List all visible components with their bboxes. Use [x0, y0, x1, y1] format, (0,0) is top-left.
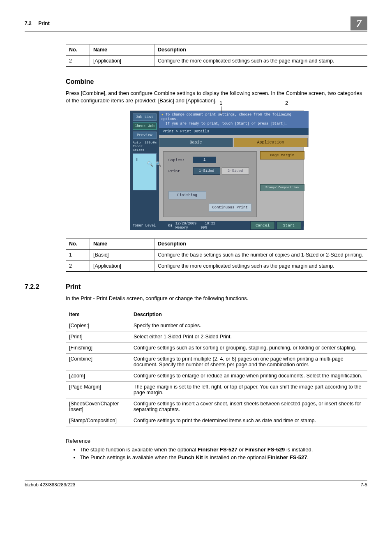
callout-2: 2: [285, 100, 288, 106]
tab-bar: Basic Application: [159, 135, 309, 147]
panel-application-side: Page Margin Stamp/ Composition: [257, 151, 304, 217]
callout-1: 1: [219, 100, 222, 106]
header-title: Print: [38, 21, 49, 26]
table-row: [Sheet/Cover/Chapter Insert]Configure se…: [66, 398, 367, 415]
print-1sided-button[interactable]: 1-Sided: [193, 167, 220, 175]
sidebar-job-list[interactable]: Job List: [133, 113, 157, 121]
callout-2-line: [287, 106, 287, 129]
sidebar-preview-thumb: ▯ 🔍 🔍: [133, 153, 157, 190]
sec-722-number: 7.2.2: [25, 283, 51, 291]
cancel-button[interactable]: Cancel: [250, 221, 275, 230]
footer-mem-label: Memory: [175, 226, 188, 230]
table-row: [Zoom]Configure settings to enlarge or r…: [66, 370, 367, 381]
print-2sided-button[interactable]: 2-Sided: [222, 167, 249, 175]
list-item: The Punch settings is available when the…: [80, 454, 367, 460]
footer-left: bizhub 423/363/283/223: [25, 482, 75, 487]
sidebar-preview[interactable]: Preview: [133, 132, 157, 139]
combine-intro: Press [Combine], and then configure Comb…: [66, 90, 367, 104]
copies-value[interactable]: 1: [193, 157, 216, 163]
header-left: 7.2 Print: [25, 21, 50, 26]
sidebar-check-job[interactable]: Check Job: [133, 123, 157, 130]
copies-label: Copies:: [168, 158, 193, 162]
table-row: [Copies:]Specify the number of copies.: [66, 320, 367, 331]
reference-title: Reference: [66, 438, 367, 444]
toner-k-icon: K▮: [168, 223, 172, 228]
toner-label: Toner Level: [133, 224, 156, 228]
page-header: 7.2 Print 7: [25, 16, 367, 32]
footer-mem-value: 99%: [201, 226, 207, 230]
stamp-composition-button[interactable]: Stamp/ Composition: [260, 184, 304, 191]
reference-list: The staple function is available when th…: [66, 446, 367, 460]
tab-application[interactable]: Application: [234, 138, 308, 147]
page-icon: ▯: [136, 156, 138, 162]
combine-heading: Combine: [66, 78, 367, 86]
chapter-badge: 7: [350, 16, 367, 30]
footer-right: 7-5: [360, 482, 367, 487]
info-icon: ✦: [161, 113, 164, 117]
table-row: 2 [Application] Configure the more compl…: [66, 261, 367, 272]
footer-date: 12/28/2009: [175, 222, 196, 226]
finishing-button[interactable]: Finishing: [168, 191, 206, 199]
table-row: 1 [Basic] Configure the basic settings s…: [66, 250, 367, 261]
table-row: [Page Margin]The page margin is set to t…: [66, 381, 367, 398]
tab-basic[interactable]: Basic: [159, 138, 233, 147]
page-margin-button[interactable]: Page Margin: [260, 151, 304, 160]
sidebar-autopaper: Auto Paper Select 100.0%: [133, 141, 157, 152]
footer-time: 10:22: [205, 222, 215, 226]
sec-722-title: Print: [66, 283, 81, 291]
ui-screenshot: Job List Check Job Preview Auto Paper Se…: [130, 111, 304, 227]
callout-1-line: [221, 106, 221, 114]
table-row: [Finishing]Configure settings such as fo…: [66, 342, 367, 353]
header-section-num: 7.2: [25, 21, 32, 26]
th-desc: Description: [154, 44, 368, 56]
table-row: 2 [Application] Configure the more compl…: [66, 56, 367, 67]
table-row: [Stamp/Composition]Configure settings to…: [66, 415, 367, 426]
table-row: [Print]Select either 1-Sided Print or 2-…: [66, 331, 367, 342]
ui-footer: Toner Level K▮ 12/28/2009 10:22 Memory 9…: [130, 221, 304, 230]
th-no: No.: [66, 44, 90, 56]
message-bar: ✦ To change document print settings, cho…: [159, 111, 309, 128]
sec-722-intro: In the Print - Print Details screen, con…: [66, 295, 367, 302]
table-print-items: Item Description [Copies:]Specify the nu…: [66, 309, 367, 426]
table-row: [Combine]Configure settings to print mul…: [66, 353, 367, 370]
zoom-in-icon[interactable]: 🔍: [147, 161, 153, 167]
screenshot-container: 1 2 Job List Check Job Preview Auto Pape…: [130, 111, 303, 227]
page-footer: bizhub 423/363/283/223 7-5: [25, 480, 367, 487]
zoom-out-icon[interactable]: 🔍: [155, 161, 161, 167]
start-button[interactable]: Start: [277, 221, 301, 230]
panel-basic: Copies: 1 Print 1-Sided 2-Sided Finishin…: [163, 151, 257, 217]
breadcrumb: Print > Print Details: [159, 128, 309, 135]
sidebar: Job List Check Job Preview Auto Paper Se…: [130, 111, 159, 221]
list-item: The staple function is available when th…: [80, 446, 367, 453]
table-application-only: No. Name Description 2 [Application] Con…: [66, 44, 367, 67]
th-name: Name: [90, 44, 154, 56]
continuous-print-button[interactable]: Continuous Print: [209, 204, 251, 212]
print-label: Print: [168, 169, 193, 173]
table-basic-app: No. Name Description 1 [Basic] Configure…: [66, 238, 367, 272]
